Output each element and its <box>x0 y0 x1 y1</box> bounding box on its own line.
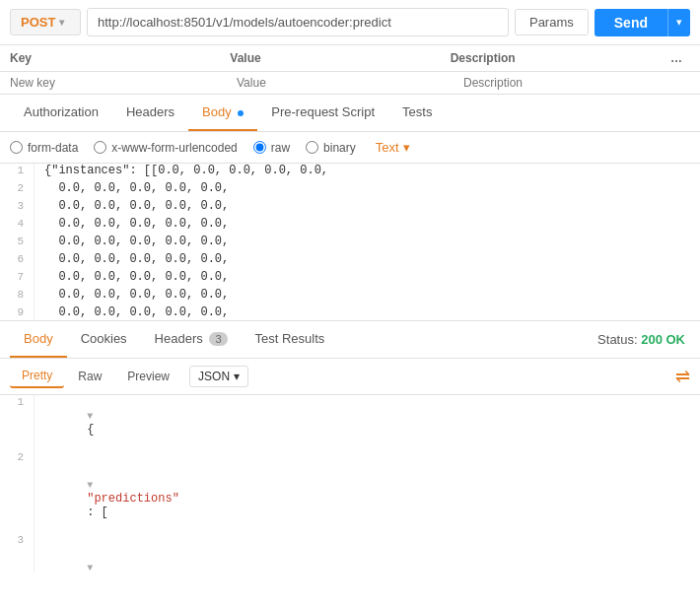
collapse-icon-3[interactable]: ▼ <box>87 563 93 573</box>
params-table: Key Value Description … <box>0 45 700 95</box>
line-content-9: 0.0, 0.0, 0.0, 0.0, 0.0, <box>35 305 229 321</box>
status-value: 200 OK <box>641 332 685 347</box>
headers-badge: 3 <box>209 332 227 346</box>
params-new-row <box>0 72 700 94</box>
top-bar: POST ▾ Params Send ▾ <box>0 0 700 45</box>
response-status-area: Status: 200 OK <box>597 332 690 347</box>
form-data-label: form-data <box>28 141 78 155</box>
code-line-3: 3 0.0, 0.0, 0.0, 0.0, 0.0, <box>0 199 700 217</box>
tab-response-body[interactable]: Body <box>10 321 67 358</box>
new-value-input[interactable] <box>237 76 463 90</box>
text-format-chevron-icon: ▾ <box>403 140 410 155</box>
resp-line-content-1: ▼ { <box>35 395 95 450</box>
response-code-area[interactable]: 1 ▼ { 2 ▼ "predictions" : [ 3 ▼ [ 4 0.01… <box>0 395 700 573</box>
line-num-8: 8 <box>0 288 35 305</box>
resp-line-num-3: 3 <box>0 533 35 573</box>
line-content-5: 0.0, 0.0, 0.0, 0.0, 0.0, <box>35 235 229 252</box>
resp-line-num-1: 1 <box>0 395 35 450</box>
resp-line-2: 2 ▼ "predictions" : [ <box>0 450 700 533</box>
response-tab-bar: Body Cookies Headers 3 Test Results Stat… <box>0 321 700 359</box>
col-header-key: Key <box>10 51 230 65</box>
line-content-8: 0.0, 0.0, 0.0, 0.0, 0.0, <box>35 288 229 305</box>
params-button[interactable]: Params <box>515 9 589 35</box>
line-num-6: 6 <box>0 252 35 270</box>
line-content-1: {"instances": [[0.0, 0.0, 0.0, 0.0, 0.0, <box>35 164 328 181</box>
text-format-dropdown[interactable]: Text ▾ <box>376 140 410 155</box>
code-line-2: 2 0.0, 0.0, 0.0, 0.0, 0.0, <box>0 181 700 199</box>
method-selector[interactable]: POST ▾ <box>10 9 81 35</box>
resp-line-num-2: 2 <box>0 450 35 533</box>
line-num-1: 1 <box>0 164 35 181</box>
request-tab-bar: Authorization Headers Body Pre-request S… <box>0 95 700 132</box>
json-dropdown-chevron-icon: ▾ <box>234 370 240 383</box>
radio-urlencoded-input[interactable] <box>94 141 106 154</box>
code-line-6: 6 0.0, 0.0, 0.0, 0.0, 0.0, <box>0 252 700 270</box>
body-options: form-data x-www-form-urlencoded raw bina… <box>0 132 700 164</box>
send-dropdown-button[interactable]: ▾ <box>667 9 690 36</box>
resp-line-content-3: ▼ [ <box>35 533 118 573</box>
resp-line-1: 1 ▼ { <box>0 395 700 450</box>
radio-urlencoded[interactable]: x-www-form-urlencoded <box>94 141 237 155</box>
tab-authorization[interactable]: Authorization <box>10 95 112 131</box>
tab-response-cookies[interactable]: Cookies <box>67 321 141 358</box>
radio-binary[interactable]: binary <box>306 141 356 155</box>
raw-label: raw <box>271 141 290 155</box>
radio-binary-input[interactable] <box>306 141 318 154</box>
resp-line-content-2: ▼ "predictions" : [ <box>35 450 179 533</box>
format-bar: Pretty Raw Preview JSON ▾ ⇌ <box>0 359 700 395</box>
tab-tests[interactable]: Tests <box>388 95 446 131</box>
send-btn-group: Send ▾ <box>595 9 690 36</box>
line-num-2: 2 <box>0 181 35 199</box>
radio-raw[interactable]: raw <box>253 141 290 155</box>
tab-test-results[interactable]: Test Results <box>242 321 339 358</box>
collapse-icon-1[interactable]: ▼ <box>87 411 93 422</box>
collapse-icon-2[interactable]: ▼ <box>87 480 93 491</box>
tab-pre-request-script[interactable]: Pre-request Script <box>257 95 388 131</box>
line-num-5: 5 <box>0 235 35 252</box>
method-label: POST <box>21 15 55 30</box>
method-chevron-icon: ▾ <box>59 17 64 28</box>
new-desc-input[interactable] <box>463 76 690 90</box>
line-content-7: 0.0, 0.0, 0.0, 0.0, 0.0, <box>35 270 229 288</box>
body-tab-dot <box>238 110 244 116</box>
json-format-label: JSON <box>198 370 230 383</box>
json-format-dropdown[interactable]: JSON ▾ <box>189 366 248 387</box>
tab-response-headers[interactable]: Headers 3 <box>141 321 242 358</box>
binary-label: binary <box>323 141 356 155</box>
format-preview-button[interactable]: Preview <box>115 366 181 387</box>
request-code-area[interactable]: 1 {"instances": [[0.0, 0.0, 0.0, 0.0, 0.… <box>0 164 700 321</box>
line-content-2: 0.0, 0.0, 0.0, 0.0, 0.0, <box>35 181 229 199</box>
tab-headers[interactable]: Headers <box>112 95 188 131</box>
code-line-1: 1 {"instances": [[0.0, 0.0, 0.0, 0.0, 0.… <box>0 164 700 181</box>
col-header-value: Value <box>230 51 450 65</box>
url-input[interactable] <box>87 8 509 36</box>
line-content-6: 0.0, 0.0, 0.0, 0.0, 0.0, <box>35 252 229 270</box>
tab-body[interactable]: Body <box>188 95 257 131</box>
code-line-5: 5 0.0, 0.0, 0.0, 0.0, 0.0, <box>0 235 700 252</box>
wrap-lines-icon[interactable]: ⇌ <box>675 366 690 387</box>
radio-raw-input[interactable] <box>253 141 266 154</box>
format-raw-button[interactable]: Raw <box>66 366 113 387</box>
code-line-7: 7 0.0, 0.0, 0.0, 0.0, 0.0, <box>0 270 700 288</box>
line-content-3: 0.0, 0.0, 0.0, 0.0, 0.0, <box>35 199 229 217</box>
line-num-3: 3 <box>0 199 35 217</box>
params-header: Key Value Description … <box>0 45 700 72</box>
format-pretty-button[interactable]: Pretty <box>10 365 64 388</box>
line-content-4: 0.0, 0.0, 0.0, 0.0, 0.0, <box>35 217 229 235</box>
urlencoded-label: x-www-form-urlencoded <box>111 141 237 155</box>
new-key-input[interactable] <box>10 76 237 90</box>
line-num-9: 9 <box>0 305 35 321</box>
code-line-8: 8 0.0, 0.0, 0.0, 0.0, 0.0, <box>0 288 700 305</box>
radio-form-data[interactable]: form-data <box>10 141 78 155</box>
line-num-7: 7 <box>0 270 35 288</box>
resp-line-3: 3 ▼ [ <box>0 533 700 573</box>
status-label: Status: <box>597 332 637 347</box>
line-num-4: 4 <box>0 217 35 235</box>
send-button[interactable]: Send <box>595 9 667 36</box>
col-header-action: … <box>670 51 690 65</box>
text-format-label: Text <box>376 140 399 155</box>
col-header-desc: Description <box>451 51 670 65</box>
radio-form-data-input[interactable] <box>10 141 23 154</box>
code-line-4: 4 0.0, 0.0, 0.0, 0.0, 0.0, <box>0 217 700 235</box>
code-line-9: 9 0.0, 0.0, 0.0, 0.0, 0.0, <box>0 305 700 321</box>
